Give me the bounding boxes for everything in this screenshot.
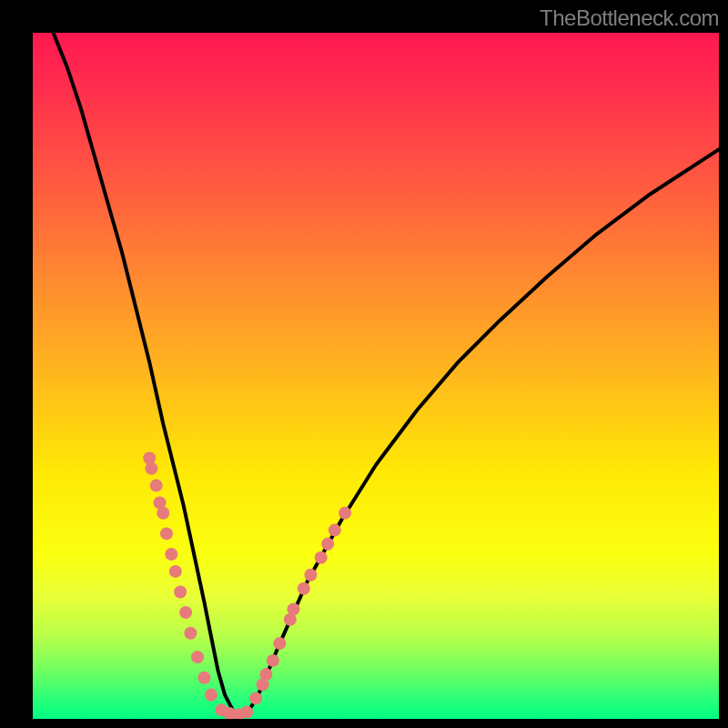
svg-point-12 [198,672,211,684]
svg-point-16 [259,668,272,681]
plot-area [33,33,719,719]
svg-point-17 [267,654,279,667]
chart-container: TheBottleneck.com [0,0,728,728]
bottleneck-curve [54,33,719,715]
svg-point-5 [160,527,173,540]
svg-point-13 [205,689,217,702]
svg-point-9 [179,606,192,619]
svg-point-14 [249,692,262,704]
svg-point-6 [165,548,177,561]
svg-point-25 [329,524,341,537]
svg-point-4 [157,507,169,520]
svg-point-30 [240,706,253,719]
svg-point-21 [298,582,310,595]
svg-point-23 [315,551,328,564]
data-dots [143,452,351,720]
svg-point-26 [339,507,351,520]
svg-point-20 [288,602,300,615]
curve-svg [33,33,719,719]
watermark-text: TheBottleneck.com [540,5,719,31]
svg-point-11 [191,651,204,663]
svg-point-10 [184,627,197,640]
svg-point-22 [304,569,317,581]
svg-point-1 [145,462,157,475]
svg-point-2 [150,480,163,492]
svg-point-8 [174,586,187,599]
svg-point-18 [273,637,286,650]
svg-point-7 [169,565,182,578]
svg-point-24 [321,538,334,551]
